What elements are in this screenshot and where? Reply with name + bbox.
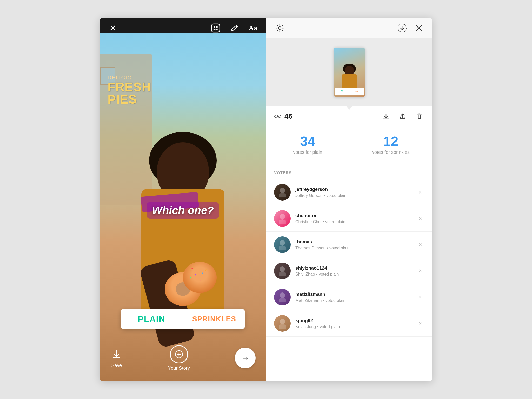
story-top-bar: ✕ Aa [100,18,266,38]
download-archive-button[interactable] [396,22,408,34]
your-story-label: Your Story [168,365,190,371]
sign-pies: PIES [108,93,167,106]
voter-username: kjung92 [295,318,416,324]
story-top-actions: Aa [210,22,259,34]
arrow-icon: → [241,353,249,363]
voter-detail: Jeffrey Gerson • voted plain [295,193,416,198]
voter-row: kjung92Kevin Jung • voted plain× [266,310,432,337]
voter-detail: Thomas Dimson • voted plain [295,246,416,250]
voter-username: shiyizhao1124 [295,265,416,271]
thumb-poll-sprinkles: 30 [349,88,364,95]
voter-username: mattzitzmann [295,291,416,297]
story-background: DELICIO FRESH PIES [100,33,266,381]
save-button[interactable]: Save [110,348,123,368]
poll-results: 34 votes for plain 12 votes for sprinkle… [266,127,432,163]
draw-button[interactable] [229,22,240,34]
voter-detail: Christine Choi • voted plain [295,220,416,224]
story-bottom-bar: Save Your Story → [100,335,266,381]
sign-fresh: FRESH [108,81,167,93]
gear-icon [275,23,284,33]
bakery-sign: DELICIO FRESH PIES [108,75,167,106]
poll-option-plain[interactable]: PLAIN [121,309,183,329]
voter-detail: Matt Zitzmann • voted plain [295,298,416,303]
sprinkles-donut [183,262,217,293]
voter-username: jeffreydgerson [295,187,416,192]
close-icon [415,24,423,32]
voter-remove-button[interactable]: × [416,319,424,328]
your-story-icon [170,345,188,363]
settings-button[interactable] [274,22,285,34]
plain-label: votes for plain [293,150,322,155]
voter-avatar [274,184,291,201]
voter-row: chchoitoiChristine Choi • voted plain× [266,205,432,232]
voter-row: jeffreydgersonJeffrey Gerson • voted pla… [266,179,432,205]
svg-point-4 [278,27,281,29]
voter-remove-button[interactable]: × [416,214,424,223]
next-button[interactable]: → [235,348,256,368]
voters-title: VOTERS [274,170,292,175]
eye-icon [274,114,281,119]
voter-avatar [274,289,291,305]
svg-rect-0 [211,24,220,32]
voters-header: VOTERS [266,163,432,179]
voter-detail: Kevin Jung • voted plain [295,324,416,329]
archive-icon [397,23,407,33]
voter-username: thomas [295,239,416,245]
voter-remove-button[interactable]: × [416,241,424,249]
story-close-button[interactable]: ✕ [107,22,118,34]
story-thumbnail-area: 70 30 [266,38,432,106]
delete-button[interactable] [414,111,424,122]
save-icon [110,348,123,361]
voters-section: VOTERS jeffreydgersonJeffrey Gerson • vo… [266,163,432,381]
voter-username: chchoitoi [295,213,416,219]
share-button[interactable] [397,111,408,122]
voter-avatar [274,236,291,253]
voter-list: jeffreydgersonJeffrey Gerson • voted pla… [266,179,432,337]
insights-panel: 70 30 46 [266,18,432,381]
sticker-icon [211,23,220,33]
poll-option-sprinkles[interactable]: SPRINKLES [183,309,245,329]
sprinkles-count: 12 [383,135,398,148]
plain-count: 34 [300,135,315,148]
voter-avatar [274,210,291,227]
voter-row: shiyizhao1124Shiyi Zhao • voted plain× [266,258,432,284]
voter-remove-button[interactable]: × [416,293,424,301]
voter-row: mattzitzmannMatt Zitzmann • voted plain× [266,284,432,310]
text-button[interactable]: Aa [247,22,259,34]
thumbnail-poll: 70 30 [335,88,364,95]
sprinkles-result: 12 votes for sprinkles [349,127,432,163]
svg-point-2 [216,26,218,28]
sticker-button[interactable] [210,22,221,34]
sprinkles-label: votes for sprinkles [372,150,410,155]
voter-row: thomasThomas Dimson • voted plain× [266,232,432,258]
svg-point-1 [214,26,215,28]
close-icon: ✕ [109,24,116,32]
voter-remove-button[interactable]: × [416,267,424,275]
voter-detail: Shiyi Zhao • voted plain [295,272,416,277]
svg-point-6 [277,115,279,117]
views-number: 46 [284,112,292,121]
right-top-bar [266,18,432,38]
voter-avatar [274,263,291,279]
download-button[interactable] [381,111,391,122]
voter-remove-button[interactable]: × [416,188,424,196]
close-button[interactable] [413,22,424,34]
thumbnail-arrow [346,105,353,110]
plain-result: 34 votes for plain [266,127,349,163]
poll-widget[interactable]: PLAIN SPRINKLES [121,309,245,329]
save-label: Save [111,363,122,368]
your-story-button[interactable]: Your Story [168,345,190,371]
text-icon: Aa [249,24,257,32]
thumb-poll-plain: 70 [335,88,350,95]
views-actions [381,111,424,122]
story-thumbnail[interactable]: 70 30 [334,48,365,97]
draw-icon [230,23,239,33]
story-question-text: Which one? [147,202,219,219]
right-top-actions [396,22,424,34]
story-editor-panel: DELICIO FRESH PIES [100,18,266,381]
voter-avatar [274,315,291,332]
views-count: 46 [274,112,292,121]
